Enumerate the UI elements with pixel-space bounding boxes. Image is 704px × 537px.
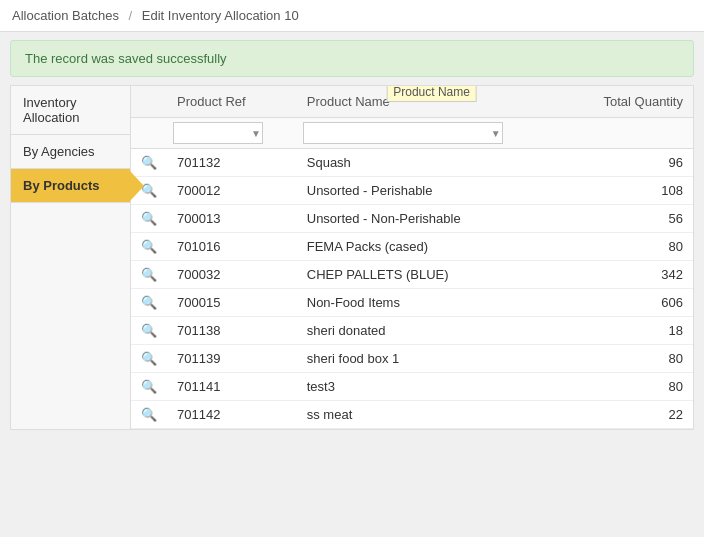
- search-icon[interactable]: 🔍: [141, 267, 157, 282]
- table-row: 🔍701138sheri donated18: [131, 317, 693, 345]
- row-product-ref: 700012: [167, 177, 297, 205]
- row-search-icon-cell[interactable]: 🔍: [131, 261, 167, 289]
- product-name-filter-wrap: ▼: [303, 122, 503, 144]
- row-product-name: test3: [297, 373, 567, 401]
- row-search-icon-cell[interactable]: 🔍: [131, 345, 167, 373]
- row-search-icon-cell[interactable]: 🔍: [131, 289, 167, 317]
- row-total-quantity: 606: [566, 289, 693, 317]
- product-ref-filter-wrap: ▼: [173, 122, 263, 144]
- row-total-quantity: 108: [566, 177, 693, 205]
- table-row: 🔍700012Unsorted - Perishable108: [131, 177, 693, 205]
- row-product-ref: 700013: [167, 205, 297, 233]
- search-icon[interactable]: 🔍: [141, 323, 157, 338]
- main-layout: Inventory Allocation By Agencies By Prod…: [10, 85, 694, 430]
- row-total-quantity: 22: [566, 401, 693, 429]
- row-product-name: Squash: [297, 149, 567, 177]
- row-product-name: ss meat: [297, 401, 567, 429]
- product-name-filter-input[interactable]: [303, 122, 503, 144]
- search-icon[interactable]: 🔍: [141, 407, 157, 422]
- sidebar-item-inventory-allocation[interactable]: Inventory Allocation: [11, 86, 130, 135]
- row-search-icon-cell[interactable]: 🔍: [131, 317, 167, 345]
- search-icon[interactable]: 🔍: [141, 239, 157, 254]
- row-product-ref: 701141: [167, 373, 297, 401]
- filter-product-name-cell: ▼: [297, 118, 567, 149]
- search-icon[interactable]: 🔍: [141, 211, 157, 226]
- col-product-ref-header: Product Ref: [167, 86, 297, 118]
- breadcrumb-parent[interactable]: Allocation Batches: [12, 8, 119, 23]
- product-name-tooltip: Product Name: [386, 85, 477, 102]
- row-product-ref: 701142: [167, 401, 297, 429]
- filter-quantity-cell: [566, 118, 693, 149]
- row-search-icon-cell[interactable]: 🔍: [131, 205, 167, 233]
- row-total-quantity: 96: [566, 149, 693, 177]
- table-row: 🔍701132Squash96: [131, 149, 693, 177]
- breadcrumb: Allocation Batches / Edit Inventory Allo…: [0, 0, 704, 32]
- row-total-quantity: 56: [566, 205, 693, 233]
- sidebar-item-by-products[interactable]: By Products: [11, 169, 130, 203]
- table-row: 🔍701016FEMA Packs (cased)80: [131, 233, 693, 261]
- row-product-ref: 700015: [167, 289, 297, 317]
- row-product-ref: 701138: [167, 317, 297, 345]
- sidebar: Inventory Allocation By Agencies By Prod…: [10, 85, 130, 430]
- search-icon[interactable]: 🔍: [141, 379, 157, 394]
- table-row: 🔍701139sheri food box 180: [131, 345, 693, 373]
- filter-search-cell: [131, 118, 167, 149]
- row-search-icon-cell[interactable]: 🔍: [131, 233, 167, 261]
- table-row: 🔍701142ss meat22: [131, 401, 693, 429]
- row-product-name: sheri food box 1: [297, 345, 567, 373]
- filter-product-ref-cell: ▼: [167, 118, 297, 149]
- row-total-quantity: 80: [566, 373, 693, 401]
- row-product-name: Unsorted - Non-Perishable: [297, 205, 567, 233]
- success-banner: The record was saved successfully: [10, 40, 694, 77]
- row-total-quantity: 80: [566, 345, 693, 373]
- row-total-quantity: 80: [566, 233, 693, 261]
- row-product-name: CHEP PALLETS (BLUE): [297, 261, 567, 289]
- breadcrumb-separator: /: [129, 8, 133, 23]
- row-product-name: FEMA Packs (cased): [297, 233, 567, 261]
- row-search-icon-cell[interactable]: 🔍: [131, 401, 167, 429]
- success-message: The record was saved successfully: [25, 51, 227, 66]
- row-search-icon-cell[interactable]: 🔍: [131, 373, 167, 401]
- product-ref-filter-input[interactable]: [173, 122, 263, 144]
- table-row: 🔍700013Unsorted - Non-Perishable56: [131, 205, 693, 233]
- row-product-ref: 701132: [167, 149, 297, 177]
- search-icon[interactable]: 🔍: [141, 155, 157, 170]
- table-row: 🔍700015Non-Food Items606: [131, 289, 693, 317]
- row-product-name: Unsorted - Perishable: [297, 177, 567, 205]
- search-icon[interactable]: 🔍: [141, 295, 157, 310]
- table-row: 🔍700032CHEP PALLETS (BLUE)342: [131, 261, 693, 289]
- row-product-ref: 701016: [167, 233, 297, 261]
- sidebar-item-by-agencies[interactable]: By Agencies: [11, 135, 130, 169]
- col-product-name-header: Product Name Product Name: [297, 86, 567, 118]
- row-total-quantity: 342: [566, 261, 693, 289]
- row-product-ref: 701139: [167, 345, 297, 373]
- content-area: Product Ref Product Name Product Name To…: [130, 85, 694, 430]
- col-search-header: [131, 86, 167, 118]
- breadcrumb-current: Edit Inventory Allocation 10: [142, 8, 299, 23]
- col-total-quantity-header: Total Quantity: [566, 86, 693, 118]
- row-product-ref: 700032: [167, 261, 297, 289]
- products-table: Product Ref Product Name Product Name To…: [131, 86, 693, 429]
- row-product-name: Non-Food Items: [297, 289, 567, 317]
- row-product-name: sheri donated: [297, 317, 567, 345]
- search-icon[interactable]: 🔍: [141, 351, 157, 366]
- row-total-quantity: 18: [566, 317, 693, 345]
- table-row: 🔍701141test380: [131, 373, 693, 401]
